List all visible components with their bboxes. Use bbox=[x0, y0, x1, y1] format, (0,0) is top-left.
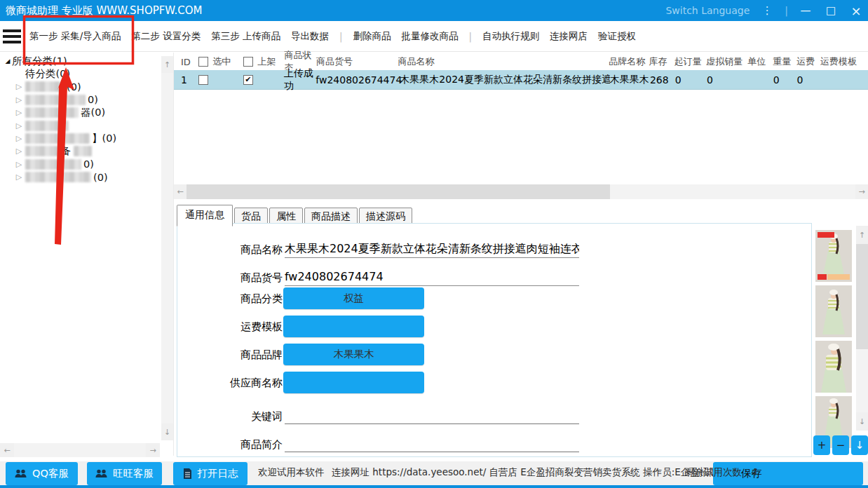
minimize-icon[interactable]: — bbox=[798, 4, 813, 17]
col-unit[interactable]: 单位 bbox=[747, 55, 773, 68]
thumbnail-1[interactable] bbox=[815, 230, 852, 282]
keywords-input[interactable] bbox=[285, 405, 579, 424]
welcome-text: 欢迎试用本软件 bbox=[258, 466, 325, 479]
move-image-down-button[interactable]: ↓ bbox=[851, 435, 868, 455]
col-virtual-sales[interactable]: 虚拟销量 bbox=[706, 55, 747, 68]
tree-item-uncategorized[interactable]: 待分类(0) bbox=[0, 67, 173, 80]
toolbar-item-export[interactable]: 导出数据 bbox=[291, 30, 329, 43]
field-label-intro: 商品简介 bbox=[190, 438, 283, 452]
scroll-up-icon[interactable]: ↑ bbox=[161, 56, 173, 73]
toolbar-item-step1-import[interactable]: 第一步 采集/导入商品 bbox=[29, 30, 121, 43]
supplier-button[interactable] bbox=[283, 372, 424, 393]
thumbnail-3[interactable] bbox=[815, 341, 852, 393]
col-selected[interactable]: 选中 bbox=[212, 55, 231, 68]
blurred-text bbox=[25, 133, 90, 144]
scroll-right-icon[interactable]: → bbox=[146, 443, 160, 457]
thumbnail-2[interactable] bbox=[815, 285, 852, 337]
toolbar-item-connect-shop[interactable]: 连接网店 bbox=[550, 30, 588, 43]
toolbar-item-batch-edit[interactable]: 批量修改商品 bbox=[402, 30, 459, 43]
col-stock[interactable]: 库存 bbox=[649, 55, 674, 68]
toolbar-item-delete[interactable]: 删除商品 bbox=[353, 30, 391, 43]
tree-item-count: (0) bbox=[67, 81, 81, 93]
toolbar-item-step3-upload[interactable]: 第三步 上传商品 bbox=[211, 30, 280, 43]
blurred-text bbox=[25, 121, 69, 131]
category-button[interactable]: 权益 bbox=[283, 287, 424, 309]
window-title: 微商城助理 专业版 WWW.SHOPFW.COM bbox=[6, 4, 202, 18]
tree-collapsed-icon[interactable]: ▷ bbox=[15, 82, 23, 91]
tree-collapsed-icon[interactable]: ▷ bbox=[15, 134, 23, 143]
shipping-template-button[interactable] bbox=[283, 316, 424, 337]
scroll-up-icon[interactable]: ↑ bbox=[856, 226, 868, 244]
col-name[interactable]: 商品名称 bbox=[398, 55, 609, 68]
row-virtual-sales: 0 bbox=[707, 74, 748, 86]
menu-icon[interactable] bbox=[1, 26, 25, 47]
app-window: 微商城助理 专业版 WWW.SHOPFW.COM Switch Language… bbox=[0, 0, 868, 488]
scroll-left-icon[interactable]: ← bbox=[174, 184, 187, 199]
wangwang-support-button[interactable]: 旺旺客服 bbox=[87, 462, 162, 485]
tab-general-info[interactable]: 通用信息 bbox=[177, 205, 233, 226]
row-sku: fw240802674474 bbox=[316, 74, 400, 86]
scroll-down-icon[interactable]: ↓ bbox=[161, 423, 173, 440]
blurred-text bbox=[25, 146, 59, 156]
tree-item-count: 器(0) bbox=[81, 106, 105, 119]
scrollbar-thumb[interactable] bbox=[856, 244, 868, 349]
scroll-right-icon[interactable]: → bbox=[855, 184, 868, 199]
tree-collapsed-icon[interactable]: ▷ bbox=[15, 108, 23, 117]
tree-collapsed-icon[interactable]: ▷ bbox=[15, 147, 23, 156]
title-bar: 微商城助理 专业版 WWW.SHOPFW.COM Switch Language… bbox=[0, 0, 868, 21]
tree-expanded-icon[interactable]: ◢ bbox=[4, 57, 12, 65]
row-name: 木果果木2024夏季新款立体花朵清新条纹拼接遮肉 bbox=[400, 74, 610, 86]
col-on-shelf[interactable]: 上架 bbox=[257, 55, 276, 68]
toolbar-item-step2-category[interactable]: 第二步 设置分类 bbox=[131, 30, 201, 43]
open-log-label: 打开日志 bbox=[198, 467, 238, 480]
qq-support-button[interactable]: QQ客服 bbox=[6, 462, 78, 485]
field-label-sku: 商品货号 bbox=[190, 271, 283, 285]
tree-item-blurred[interactable]: ▷ 备 bbox=[0, 145, 173, 158]
blurred-text bbox=[25, 95, 86, 105]
scroll-left-icon[interactable]: ← bbox=[0, 443, 14, 457]
col-weight[interactable]: 重量 bbox=[773, 55, 796, 68]
tree-item-blurred[interactable]: ▷ 器(0) bbox=[0, 107, 173, 119]
col-shipping-template[interactable]: 运费模板 bbox=[820, 55, 868, 68]
tree-collapsed-icon[interactable]: ▷ bbox=[15, 160, 23, 169]
row-shelf-checkbox[interactable]: ✔ bbox=[243, 75, 253, 85]
shelf-all-checkbox[interactable] bbox=[243, 57, 253, 67]
col-min-order[interactable]: 起订量 bbox=[674, 55, 707, 68]
scroll-down-icon[interactable]: ↓ bbox=[856, 412, 868, 431]
add-image-button[interactable]: + bbox=[813, 435, 830, 455]
tree-item-blurred[interactable]: ▷ 0) bbox=[0, 158, 173, 170]
toolbar-item-verify-auth[interactable]: 验证授权 bbox=[598, 30, 636, 43]
intro-input[interactable] bbox=[285, 433, 579, 452]
toolbar-separator: | bbox=[339, 31, 343, 42]
col-sku[interactable]: 商品货号 bbox=[316, 55, 398, 68]
qq-support-label: QQ客服 bbox=[32, 467, 69, 480]
brand-button[interactable]: 木果果木 bbox=[283, 344, 424, 365]
tree-item-blurred[interactable]: ▷ 0) bbox=[0, 93, 173, 106]
toolbar-item-auto-rules[interactable]: 自动执行规则 bbox=[482, 30, 539, 43]
tree-horizontal-scrollbar: ← → bbox=[0, 443, 160, 457]
kebab-menu-icon[interactable]: ⋮ bbox=[759, 4, 775, 17]
col-id[interactable]: ID bbox=[181, 57, 198, 67]
tree-collapsed-icon[interactable]: ▷ bbox=[15, 172, 23, 182]
row-select-checkbox[interactable] bbox=[198, 75, 208, 85]
tree-item-blurred[interactable]: ▷ (0) bbox=[0, 81, 173, 93]
col-brand[interactable]: 品牌名称 bbox=[609, 55, 649, 68]
product-name-input[interactable]: 木果果木2024夏季新款立体花朵清新条纹拼接遮肉短袖连衣 bbox=[285, 239, 579, 258]
product-sku-input[interactable]: fw240802674474 bbox=[285, 267, 579, 286]
select-all-checkbox[interactable] bbox=[198, 57, 208, 67]
close-icon[interactable]: × bbox=[848, 4, 864, 18]
toolbar: 第一步 采集/导入商品 第二步 设置分类 第三步 上传商品 导出数据 | 删除商… bbox=[0, 21, 868, 52]
table-row[interactable]: 1 ✔ 上传成功 fw240802674474 木果果木2024夏季新款立体花朵… bbox=[174, 70, 868, 90]
tree-item-blurred[interactable]: ▷ (0) bbox=[0, 171, 173, 184]
scrollbar-thumb[interactable] bbox=[187, 184, 610, 199]
tree-collapsed-icon[interactable]: ▷ bbox=[15, 95, 23, 104]
tree-collapsed-icon[interactable]: ▷ bbox=[15, 121, 23, 130]
tree-item-blurred[interactable]: ▷ 】(0) bbox=[0, 132, 173, 144]
switch-language-button[interactable]: Switch Language bbox=[665, 5, 750, 16]
col-shipping-fee[interactable]: 运费 bbox=[796, 55, 820, 68]
tree-item-all-categories[interactable]: ◢ 所有分类(1) bbox=[0, 55, 173, 67]
maximize-icon[interactable]: □ bbox=[823, 4, 839, 17]
open-log-button[interactable]: 打开日志 bbox=[173, 462, 247, 485]
tree-item-blurred[interactable]: ▷ bbox=[0, 119, 173, 132]
remove-image-button[interactable]: − bbox=[832, 435, 849, 455]
